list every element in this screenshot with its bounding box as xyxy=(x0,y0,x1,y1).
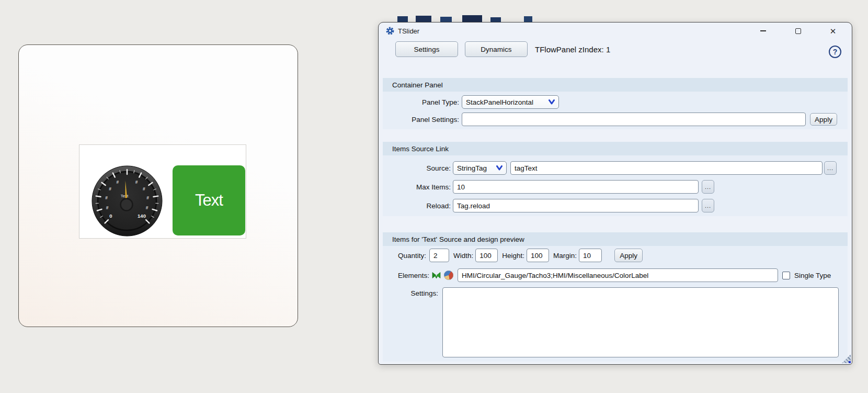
quantity-label: Quantity: xyxy=(398,252,426,260)
close-button[interactable]: ✕ xyxy=(821,26,845,36)
minimize-button[interactable] xyxy=(751,26,775,36)
gauge-tick-label: # xyxy=(146,205,149,210)
resize-grip-dot xyxy=(849,361,851,363)
gauge-tick-label: # xyxy=(106,205,109,210)
width-label: Width: xyxy=(453,252,473,260)
source-type-dropdown[interactable]: StringTag xyxy=(453,161,507,175)
max-items-browse-button[interactable]: ... xyxy=(702,180,714,194)
max-items-label: Max Items: xyxy=(383,183,451,191)
tacho-gauge-icon: # # # # # # # # 0 140 Text xyxy=(91,165,163,237)
tacho-gauge-widget[interactable]: # # # # # # # # 0 140 Text xyxy=(91,165,163,237)
max-items-input[interactable] xyxy=(453,180,699,194)
single-type-label: Single Type xyxy=(794,272,831,279)
help-icon[interactable]: ? xyxy=(829,46,841,58)
background-window-fragment xyxy=(416,16,431,22)
background-window-fragment xyxy=(397,16,408,22)
section-header: Container Panel xyxy=(383,78,848,92)
design-apply-button[interactable]: Apply xyxy=(614,249,643,262)
gauge-tick-label: # xyxy=(146,195,149,200)
desktop: { "window": { "title": "TSlider", "toolb… xyxy=(0,0,868,393)
settings-textarea[interactable] xyxy=(442,287,839,357)
pie-chart-element-icon xyxy=(444,271,453,280)
titlebar[interactable]: TSlider ✕ xyxy=(379,23,852,39)
margin-label: Margin: xyxy=(553,252,577,260)
panel-type-value: StackPanelHorizontal xyxy=(466,98,548,106)
quantity-input[interactable] xyxy=(429,249,449,262)
tab-dynamics[interactable]: Dynamics xyxy=(465,41,528,57)
panel-type-label: Panel Type: xyxy=(383,98,459,106)
gauge-tick-label: # xyxy=(135,179,138,185)
chevron-down-icon xyxy=(496,165,503,171)
gauge-tick-label: # xyxy=(105,195,108,200)
gauge-tick-label: # xyxy=(116,179,119,185)
gauge-min-label: 0 xyxy=(109,213,112,219)
color-label-widget[interactable]: Text xyxy=(173,165,245,235)
color-label-text: Text xyxy=(195,191,223,210)
maximize-icon xyxy=(795,28,801,34)
elements-label: Elements: xyxy=(383,272,429,279)
tslider-window: TSlider ✕ Settings Dynamics TFlowPanel z… xyxy=(378,22,852,365)
section-header: Items for 'Text' Source and design previ… xyxy=(383,232,848,246)
design-preview-panel: # # # # # # # # 0 140 Text xyxy=(18,44,298,327)
settings-label: Settings: xyxy=(383,287,438,297)
section-header: Items Source Link xyxy=(383,142,848,155)
background-window-fragment xyxy=(490,17,501,22)
reload-label: Reload: xyxy=(383,202,451,210)
valve-element-icon xyxy=(431,271,441,280)
section-items-source: Items Source Link Source: StringTag ... … xyxy=(383,142,848,216)
gauge-max-label: 140 xyxy=(138,213,146,219)
gauge-tick-label: # xyxy=(109,186,111,192)
height-label: Height: xyxy=(502,252,524,260)
source-tag-input[interactable] xyxy=(510,161,823,175)
close-icon: ✕ xyxy=(830,27,837,35)
panel-type-dropdown[interactable]: StackPanelHorizontal xyxy=(462,95,559,109)
chevron-down-icon xyxy=(548,99,555,105)
single-type-checkbox[interactable] xyxy=(782,272,790,279)
source-browse-button[interactable]: ... xyxy=(824,161,837,175)
gauge-title-label: Text xyxy=(121,194,129,198)
panel-settings-apply-button[interactable]: Apply xyxy=(810,113,837,126)
gear-icon xyxy=(386,27,394,35)
width-input[interactable] xyxy=(475,249,498,262)
reload-input[interactable] xyxy=(453,199,699,212)
panel-settings-label: Panel Settings: xyxy=(383,116,459,123)
minimize-icon xyxy=(760,30,766,31)
maximize-button[interactable] xyxy=(786,26,810,36)
source-label: Source: xyxy=(383,164,451,172)
gauge-tick-label: # xyxy=(143,186,145,192)
background-window-fragment xyxy=(440,17,452,22)
section-container-panel: Container Panel Panel Type: StackPanelHo… xyxy=(383,78,848,129)
panel-settings-input[interactable] xyxy=(462,113,806,126)
window-title: TSlider xyxy=(398,27,419,35)
zindex-status-label: TFlowPanel zIndex: 1 xyxy=(535,45,610,54)
source-type-value: StringTag xyxy=(457,164,496,172)
toolbar: Settings Dynamics TFlowPanel zIndex: 1 ? xyxy=(395,41,841,57)
preview-canvas: # # # # # # # # 0 140 Text xyxy=(79,144,246,239)
background-window-fragment xyxy=(524,16,532,22)
margin-input[interactable] xyxy=(579,249,602,262)
background-window-fragment xyxy=(462,15,482,22)
tab-settings[interactable]: Settings xyxy=(395,41,458,57)
height-input[interactable] xyxy=(527,249,549,262)
reload-browse-button[interactable]: ... xyxy=(702,199,714,212)
elements-input[interactable] xyxy=(458,268,778,282)
section-items-design: Items for 'Text' Source and design previ… xyxy=(383,232,848,362)
